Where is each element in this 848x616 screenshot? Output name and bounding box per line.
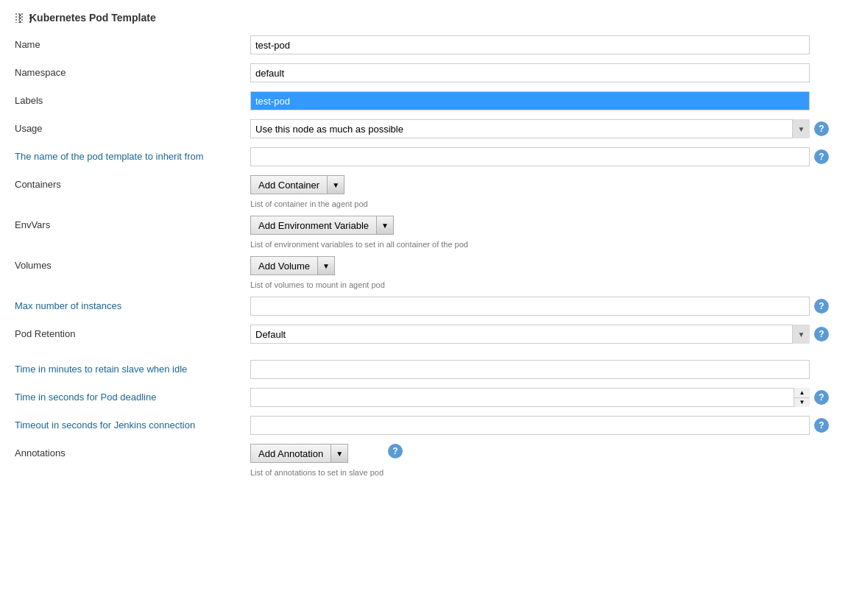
annotations-col: Add Annotation ▼ List of annotations to … bbox=[250, 444, 384, 477]
max-instances-label: Max number of instances bbox=[15, 297, 250, 311]
namespace-row: Namespace bbox=[15, 63, 833, 84]
page-container: ⋮⋮ Kubernetes Pod Template Name Namespac… bbox=[0, 0, 848, 496]
volumes-row: Volumes Add Volume ▼ List of volumes to … bbox=[15, 256, 833, 289]
envvars-label: EnvVars bbox=[15, 216, 250, 230]
max-instances-help-icon[interactable]: ? bbox=[814, 299, 829, 314]
name-input[interactable] bbox=[250, 35, 810, 54]
annotations-help-icon[interactable]: ? bbox=[388, 444, 403, 459]
name-control bbox=[250, 35, 833, 54]
add-volume-button[interactable]: Add Volume bbox=[250, 256, 317, 275]
envvars-col: Add Environment Variable ▼ List of envir… bbox=[250, 216, 468, 249]
inherit-input[interactable] bbox=[250, 147, 810, 166]
add-annotation-button[interactable]: Add Annotation bbox=[250, 444, 331, 463]
jenkins-timeout-label: Timeout in seconds for Jenkins connectio… bbox=[15, 416, 250, 431]
namespace-label: Namespace bbox=[15, 63, 250, 78]
annotations-control: Add Annotation ▼ List of annotations to … bbox=[250, 444, 833, 477]
labels-input[interactable] bbox=[250, 91, 810, 110]
namespace-input[interactable] bbox=[250, 63, 810, 82]
jenkins-timeout-control: ? bbox=[250, 416, 833, 435]
usage-select-wrapper: Use this node as much as possibleOnly bu… bbox=[250, 119, 810, 138]
annotations-row: Annotations Add Annotation ▼ List of ann… bbox=[15, 444, 833, 477]
max-instances-control: ? bbox=[250, 297, 833, 316]
namespace-control bbox=[250, 63, 833, 82]
pod-retention-help-icon[interactable]: ? bbox=[814, 327, 829, 341]
pod-deadline-spinner-up[interactable]: ▲ bbox=[794, 388, 810, 398]
usage-row: Usage Use this node as much as possibleO… bbox=[15, 119, 833, 140]
pod-retention-select[interactable]: DefaultAlwaysNeverOn failure bbox=[250, 325, 810, 344]
inherit-control: ? bbox=[250, 147, 833, 166]
drag-handle-icon[interactable]: ⋮⋮ bbox=[15, 13, 24, 23]
add-volume-splitbutton: Add Volume ▼ bbox=[250, 256, 385, 275]
name-label: Name bbox=[15, 35, 250, 50]
jenkins-timeout-help-icon[interactable]: ? bbox=[814, 418, 829, 433]
add-envvar-button[interactable]: Add Environment Variable bbox=[250, 216, 376, 235]
pod-deadline-spinners: ▲ ▼ bbox=[794, 388, 810, 407]
time-retain-input[interactable] bbox=[250, 360, 810, 379]
jenkins-timeout-row: Timeout in seconds for Jenkins connectio… bbox=[15, 416, 833, 436]
containers-col: Add Container ▼ List of container in the… bbox=[250, 175, 368, 208]
volumes-label: Volumes bbox=[15, 256, 250, 271]
envvars-row: EnvVars Add Environment Variable ▼ List … bbox=[15, 216, 833, 249]
volumes-control: Add Volume ▼ List of volumes to mount in… bbox=[250, 256, 833, 289]
add-container-dropdown-arrow[interactable]: ▼ bbox=[327, 175, 344, 194]
labels-label: Labels bbox=[15, 91, 250, 106]
section-header: ⋮⋮ Kubernetes Pod Template bbox=[15, 12, 833, 24]
name-row: Name bbox=[15, 35, 833, 56]
pod-retention-row: Pod Retention DefaultAlwaysNeverOn failu… bbox=[15, 325, 833, 345]
add-volume-dropdown-arrow[interactable]: ▼ bbox=[317, 256, 335, 275]
inherit-row: The name of the pod template to inherit … bbox=[15, 147, 833, 168]
max-instances-input[interactable] bbox=[250, 297, 810, 316]
time-retain-row: Time in minutes to retain slave when idl… bbox=[15, 360, 833, 380]
usage-label: Usage bbox=[15, 119, 250, 134]
pod-deadline-input[interactable] bbox=[250, 388, 810, 407]
pod-deadline-control: ▲ ▼ ? bbox=[250, 388, 833, 407]
pod-deadline-label: Time in seconds for Pod deadline bbox=[15, 388, 250, 403]
add-container-button[interactable]: Add Container bbox=[250, 175, 327, 194]
max-instances-row: Max number of instances ? bbox=[15, 297, 833, 317]
add-envvar-dropdown-arrow[interactable]: ▼ bbox=[376, 216, 394, 235]
volumes-col: Add Volume ▼ List of volumes to mount in… bbox=[250, 256, 385, 289]
pod-deadline-help-icon[interactable]: ? bbox=[814, 390, 829, 405]
page-title: Kubernetes Pod Template bbox=[29, 12, 156, 24]
containers-hint: List of container in the agent pod bbox=[250, 199, 368, 208]
containers-label: Containers bbox=[15, 175, 250, 190]
pod-retention-select-wrapper: DefaultAlwaysNeverOn failure ▼ bbox=[250, 325, 810, 344]
labels-control bbox=[250, 91, 833, 110]
envvars-control: Add Environment Variable ▼ List of envir… bbox=[250, 216, 833, 249]
usage-select[interactable]: Use this node as much as possibleOnly bu… bbox=[250, 119, 810, 138]
containers-row: Containers Add Container ▼ List of conta… bbox=[15, 175, 833, 208]
pod-retention-control: DefaultAlwaysNeverOn failure ▼ ? bbox=[250, 325, 833, 344]
inherit-label: The name of the pod template to inherit … bbox=[15, 147, 250, 162]
pod-deadline-spinner-down[interactable]: ▼ bbox=[794, 398, 810, 408]
volumes-hint: List of volumes to mount in agent pod bbox=[250, 280, 385, 289]
pod-deadline-row: Time in seconds for Pod deadline ▲ ▼ ? bbox=[15, 388, 833, 408]
add-annotation-dropdown-arrow[interactable]: ▼ bbox=[331, 444, 348, 463]
annotations-hint: List of annotations to set in slave pod bbox=[250, 468, 384, 477]
envvars-hint: List of environment variables to set in … bbox=[250, 240, 468, 249]
labels-row: Labels bbox=[15, 91, 833, 112]
jenkins-timeout-input[interactable] bbox=[250, 416, 810, 435]
pod-retention-label: Pod Retention bbox=[15, 325, 250, 339]
add-annotation-splitbutton: Add Annotation ▼ bbox=[250, 444, 384, 463]
inherit-help-icon[interactable]: ? bbox=[814, 149, 829, 164]
usage-help-icon[interactable]: ? bbox=[814, 121, 829, 136]
time-retain-label: Time in minutes to retain slave when idl… bbox=[15, 360, 250, 375]
add-envvar-splitbutton: Add Environment Variable ▼ bbox=[250, 216, 468, 235]
usage-control: Use this node as much as possibleOnly bu… bbox=[250, 119, 833, 138]
add-container-splitbutton: Add Container ▼ bbox=[250, 175, 368, 194]
annotations-label: Annotations bbox=[15, 444, 250, 459]
containers-control: Add Container ▼ List of container in the… bbox=[250, 175, 833, 208]
pod-deadline-input-wrapper: ▲ ▼ bbox=[250, 388, 810, 407]
time-retain-control bbox=[250, 360, 833, 379]
